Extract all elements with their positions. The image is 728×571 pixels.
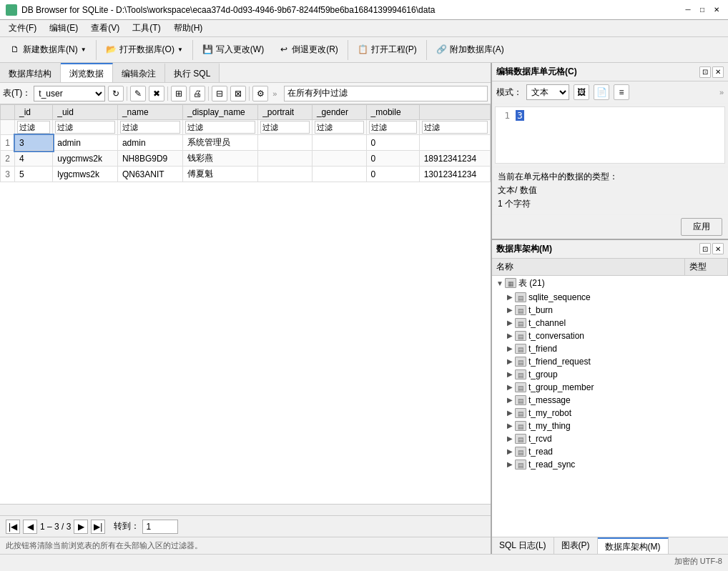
tree-arrow-t-my-robot[interactable]: ▶ (505, 409, 515, 417)
editor-detach-button[interactable]: ⊡ (699, 66, 711, 78)
editor-close-button[interactable]: ✕ (712, 66, 724, 78)
tree-arrow-t-friend[interactable]: ▶ (505, 344, 515, 352)
cell-mobile-1[interactable]: 0 (366, 135, 419, 151)
filter-name[interactable] (120, 121, 180, 134)
restore-button[interactable]: □ (697, 4, 708, 16)
col-id[interactable]: _id (15, 105, 53, 120)
tree-arrow-t-burn[interactable]: ▶ (505, 306, 515, 314)
col-extra[interactable] (419, 105, 490, 120)
close-button[interactable]: ✕ (711, 4, 722, 16)
editor-content[interactable]: 3 (516, 110, 722, 160)
data-table-container[interactable]: _id _uid _name _display_name _portrait _… (0, 104, 491, 504)
tree-arrow-tables[interactable]: ▼ (495, 279, 505, 287)
cell-gender-2[interactable] (312, 151, 366, 167)
open-project-button[interactable]: 📋 打开工程(P) (351, 41, 423, 59)
tree-arrow-t-conversation[interactable]: ▶ (505, 332, 515, 339)
col-portrait[interactable]: _portrait (258, 105, 313, 120)
tree-arrow-t-channel[interactable]: ▶ (505, 319, 515, 327)
editor-area[interactable]: 1 3 (495, 106, 725, 164)
table-select[interactable]: t_user (34, 86, 105, 101)
tree-item-t-burn[interactable]: ▶ ▤ t_burn (492, 304, 728, 317)
tree-arrow-t-group[interactable]: ▶ (505, 370, 515, 378)
menu-tools[interactable]: 工具(T) (127, 21, 166, 36)
tab-edit-pragmas[interactable]: 编辑杂注 (113, 63, 165, 82)
tree-arrow-t-rcvd[interactable]: ▶ (505, 435, 515, 442)
cell-display-name-1[interactable]: 系统管理员 (183, 135, 258, 151)
cell-gender-1[interactable] (312, 135, 366, 151)
goto-input[interactable] (142, 520, 178, 534)
cell-mobile-3[interactable]: 0 (366, 167, 419, 182)
col-uid[interactable]: _uid (53, 105, 118, 120)
col-display-name[interactable]: _display_name (183, 105, 258, 120)
menu-file[interactable]: 文件(F) (3, 21, 42, 36)
menu-view[interactable]: 查看(V) (85, 21, 125, 36)
tree-item-t-message[interactable]: ▶ ▤ t_message (492, 394, 728, 407)
cell-gender-3[interactable] (312, 167, 366, 182)
tree-arrow-t-message[interactable]: ▶ (505, 396, 515, 404)
tab-execute-sql[interactable]: 执行 SQL (165, 63, 220, 82)
cell-extra-3[interactable]: 13012341234 (419, 167, 490, 182)
settings-button[interactable]: ⚙ (252, 86, 268, 101)
cell-extra-1[interactable] (419, 135, 490, 151)
filter-uid[interactable] (55, 121, 115, 134)
mode-btn-1[interactable]: 🖼 (574, 84, 589, 100)
col-gender[interactable]: _gender (312, 105, 366, 120)
tree-item-t-friend-request[interactable]: ▶ ▤ t_friend_request (492, 355, 728, 368)
tab-browse-data[interactable]: 浏览数据 (61, 63, 113, 82)
cell-display-name-2[interactable]: 钱彩燕 (183, 151, 258, 167)
cell-display-name-3[interactable]: 傅夏魁 (183, 167, 258, 182)
write-changes-button[interactable]: 💾 写入更改(W) (196, 41, 270, 59)
import-button[interactable]: ⊠ (230, 86, 246, 101)
tree-item-t-channel[interactable]: ▶ ▤ t_channel (492, 317, 728, 329)
tree-item-t-read[interactable]: ▶ ▤ t_read (492, 445, 728, 458)
menu-edit[interactable]: 编辑(E) (44, 21, 84, 36)
tree-item-tables[interactable]: ▼ ▦ 表 (21) (492, 276, 728, 291)
cell-name-3[interactable]: QN63ANIT (117, 167, 182, 182)
cell-portrait-2[interactable] (258, 151, 313, 167)
filter-portrait[interactable] (260, 121, 310, 134)
delete-record-button[interactable]: ✖ (149, 86, 164, 101)
col-name[interactable]: _name (117, 105, 182, 120)
apply-button[interactable]: 应用 (681, 218, 722, 236)
new-db-dropdown-arrow[interactable]: ▼ (81, 46, 87, 53)
new-db-button[interactable]: 🗋 新建数据库(N) ▼ (3, 41, 93, 59)
tab-sql-log[interactable]: SQL 日志(L) (492, 537, 554, 554)
horizontal-scrollbar[interactable] (0, 504, 491, 515)
filter-extra[interactable] (422, 121, 488, 134)
export-button[interactable]: ⊟ (212, 86, 227, 101)
mode-btn-2[interactable]: 📄 (594, 84, 609, 100)
cell-extra-2[interactable]: 18912341234 (419, 151, 490, 167)
dbstruct-detach-button[interactable]: ⊡ (699, 243, 711, 254)
filter-id[interactable] (17, 121, 50, 134)
tree-item-t-friend[interactable]: ▶ ▤ t_friend (492, 342, 728, 355)
new-record-button[interactable]: ✎ (130, 86, 146, 101)
dbstruct-close-button[interactable]: ✕ (712, 243, 724, 254)
print-button[interactable]: 🖨 (190, 86, 205, 101)
cell-name-1[interactable]: admin (117, 135, 182, 151)
open-db-dropdown-arrow[interactable]: ▼ (177, 46, 183, 53)
tree-item-t-my-thing[interactable]: ▶ ▤ t_my_thing (492, 419, 728, 432)
last-page-button[interactable]: ▶| (91, 520, 105, 534)
menu-help[interactable]: 帮助(H) (168, 21, 209, 36)
table-row[interactable]: 1 3 admin admin 系统管理员 0 (1, 135, 491, 151)
tree-arrow-t-my-thing[interactable]: ▶ (505, 422, 515, 430)
cell-id-3[interactable]: 5 (15, 167, 53, 182)
next-page-button[interactable]: ▶ (74, 520, 88, 534)
tree-arrow-sqlite-seq[interactable]: ▶ (505, 293, 515, 301)
tree-item-t-group[interactable]: ▶ ▤ t_group (492, 368, 728, 381)
attach-db-button[interactable]: 🔗 附加数据库(A) (430, 41, 511, 59)
tree-item-t-rcvd[interactable]: ▶ ▤ t_rcvd (492, 432, 728, 445)
tree-item-sqlite-sequence[interactable]: ▶ ▤ sqlite_sequence (492, 291, 728, 304)
minimize-button[interactable]: ─ (682, 4, 694, 16)
mode-select[interactable]: 文本 (526, 84, 569, 100)
tree-arrow-t-group-member[interactable]: ▶ (505, 383, 515, 391)
prev-page-button[interactable]: ◀ (23, 520, 37, 534)
tab-db-structure[interactable]: 数据库结构 (0, 63, 61, 82)
filter-all-input[interactable]: 在所有列中过滤 (284, 86, 488, 101)
tree-item-t-group-member[interactable]: ▶ ▤ t_group_member (492, 381, 728, 394)
cell-uid-3[interactable]: lygcmws2k (53, 167, 118, 182)
cell-uid-1[interactable]: admin (53, 135, 118, 151)
cell-portrait-3[interactable] (258, 167, 313, 182)
cell-name-2[interactable]: NH8BG9D9 (117, 151, 182, 167)
cell-portrait-1[interactable] (258, 135, 313, 151)
